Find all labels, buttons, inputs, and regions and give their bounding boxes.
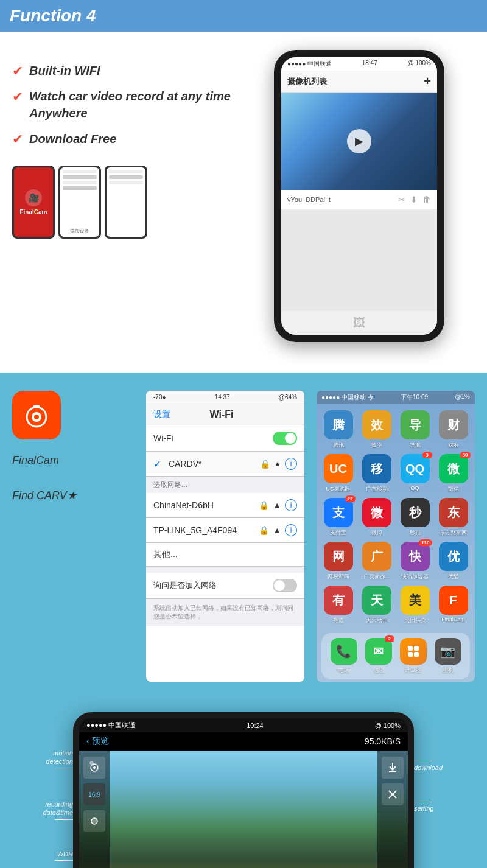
download-icon-right[interactable]: [382, 757, 404, 779]
app-icon-meituan[interactable]: 美 美团买卖: [398, 586, 432, 625]
wdr-icon[interactable]: [83, 810, 105, 832]
preview-video-area: 16:9: [79, 751, 408, 868]
finalcam-home-label: FinalCam: [441, 617, 465, 623]
app-icon-qq[interactable]: QQ 3 QQ: [398, 454, 432, 493]
app-icon-alipay[interactable]: 支 22 支付宝: [321, 498, 355, 537]
app-icon-wangyi[interactable]: 网 网易新闻: [321, 542, 355, 581]
app-icon-daohang[interactable]: 导 导航: [398, 410, 432, 449]
dongfang-icon-img: 东: [439, 498, 468, 527]
datetime-icon: 16:9: [83, 783, 105, 805]
preview-left-icons: 16:9: [79, 751, 110, 868]
wifi-toggle-row[interactable]: Wi-Fi: [146, 425, 304, 452]
app-icon-tengxun[interactable]: 腾 腾讯: [321, 410, 355, 449]
features-list: ✔ Built-in WIFI ✔ Watch car video record…: [12, 50, 244, 239]
arrow-line-2: [55, 819, 73, 820]
finalcam-icon-img: F: [439, 586, 468, 615]
qq-icon-img: QQ 3: [401, 454, 430, 483]
app-icon-tiandong[interactable]: 天 天天动车: [360, 586, 393, 625]
network-name-1: ChinaNet-D6bH: [153, 500, 214, 510]
tengxun-label: 腾讯: [333, 441, 344, 449]
qq-label: QQ: [410, 485, 419, 491]
preview-screen-content: ●●●●● 中国联通 10:24 @ 100% ‹ 预览 95.0KB/S: [79, 718, 408, 868]
calc-btn-3: [408, 652, 413, 657]
meituan-label: 美团买卖: [404, 617, 426, 625]
homescreen-container: ●●●●● 中国移动 令 下午10:09 @1% 腾 腾讯 效 效率 导 导航: [317, 391, 475, 682]
network-row-1[interactable]: ChinaNet-D6bH 🔒 ▲ i: [146, 493, 304, 518]
preview-back-btn[interactable]: ‹ 预览: [86, 736, 109, 747]
xiaolv-label: 效率: [371, 441, 382, 449]
qq-badge: 3: [422, 452, 432, 458]
video-list-item[interactable]: vYou_DDPai_t ✂ ⬇ 🗑: [281, 190, 437, 210]
wifi-toggle[interactable]: [273, 432, 297, 445]
wangyi-icon-img: 网: [324, 542, 353, 571]
wifi-label: Wi-Fi: [153, 433, 173, 443]
youdao-glyph: 有: [332, 592, 345, 609]
guangdong-label: 广东移动: [366, 485, 388, 493]
network-row-1-right: 🔒 ▲ i: [259, 499, 297, 511]
app-icon-dongfang[interactable]: 东 东方财富网: [436, 498, 470, 537]
feature-item-2: ✔ Watch car video record at any time Any…: [12, 88, 244, 122]
mini-phone-1: 🎥 FinalCam: [12, 166, 55, 239]
app-icon-youdao[interactable]: 有 有道: [321, 586, 355, 625]
app-icon-wechat[interactable]: 微 30 微信: [436, 454, 470, 493]
wechat-label: 微信: [448, 485, 459, 493]
xiaolv-glyph: 效: [371, 417, 383, 433]
ios-screen-title: Wi-Fi: [210, 409, 234, 420]
dock-calculator[interactable]: 计算器: [400, 638, 427, 674]
app-icon-kuaimiao[interactable]: 快 110 快喵加速器: [398, 542, 432, 581]
play-button[interactable]: ▶: [347, 129, 371, 153]
phone-holder: ●●●●● 中国联通 18:47 @ 100% 摄像机列表 + ▶ vYou_D…: [244, 50, 475, 342]
dock-phone[interactable]: 📞 电话: [331, 638, 357, 674]
youdao-label: 有道: [333, 617, 344, 625]
preview-time: 10:24: [247, 722, 264, 729]
info-btn-2[interactable]: i: [285, 524, 297, 536]
dock-camera[interactable]: 📷 相机: [435, 638, 461, 674]
network-row-2[interactable]: TP-LINK_5G_A4F094 🔒 ▲ i: [146, 518, 304, 543]
connected-network-row[interactable]: ✓ CARDV* 🔒 ▲ i: [146, 452, 304, 477]
guangfa-label: 广发赤赤...: [363, 573, 390, 581]
preview-battery: @ 100%: [375, 722, 401, 729]
caiwu-label: 财务: [448, 441, 459, 449]
download-arrow-right: [414, 761, 432, 761]
wechat-badge: 30: [460, 452, 471, 458]
tengxun-glyph: 腾: [332, 417, 345, 433]
nav-add-btn[interactable]: +: [424, 74, 431, 88]
app-grid: 腾 腾讯 效 效率 导 导航 财 财务 UC UC浏览器: [317, 404, 475, 631]
app-icon-youku[interactable]: 优 优酷: [436, 542, 470, 581]
app-icon-weibo[interactable]: 微 微博: [360, 498, 393, 537]
video-list-icons: ✂ ⬇ 🗑: [398, 195, 431, 205]
wangyi-glyph: 网: [332, 548, 345, 565]
home-carrier: ●●●●● 中国移动 令: [321, 393, 374, 402]
left-labels-panel: motiondetection recordingdate&time WDR: [0, 712, 73, 861]
ios-time: 14:37: [215, 394, 230, 401]
feature-text-1: Built-in WIFI: [29, 62, 100, 79]
settings-icon-right[interactable]: [382, 783, 404, 805]
dock-messages[interactable]: ✉ 2 信息: [365, 638, 392, 674]
app-icon-caiwu[interactable]: 财 财务: [436, 410, 470, 449]
info-btn-1[interactable]: i: [285, 499, 297, 511]
app-icon-xiaolv[interactable]: 效 效率: [360, 410, 393, 449]
app-icon-finalcam[interactable]: F FinalCam: [436, 586, 470, 625]
app-icon-miaopai[interactable]: 秒 秒拍: [398, 498, 432, 537]
preview-carrier: ●●●●● 中国联通: [86, 721, 135, 730]
app-icon-uc[interactable]: UC UC浏览器: [321, 454, 355, 493]
network-row-other[interactable]: 其他...: [146, 543, 304, 567]
app-icon-guangfa[interactable]: 广 广发赤赤...: [360, 542, 393, 581]
wifi-signal-icon: ▲: [274, 460, 281, 468]
ask-join-label: 询问是否加入网络: [153, 580, 217, 591]
app-icon-guangdong[interactable]: 移 广东移动: [360, 454, 393, 493]
preview-status-bar: ●●●●● 中国联通 10:24 @ 100%: [79, 718, 408, 732]
mini-text-add-device: 添加设备: [63, 228, 97, 234]
youku-glyph: 优: [447, 548, 460, 565]
ios-battery: @64%: [279, 394, 297, 401]
ios-back-btn[interactable]: 设置: [153, 409, 170, 420]
info-button[interactable]: i: [285, 458, 297, 470]
mini-line-4: [63, 186, 97, 190]
daohang-icon-img: 导: [401, 410, 430, 439]
lock-icon-2: 🔒: [259, 525, 269, 535]
status-time: 18:47: [362, 60, 377, 68]
camera-detect-icon[interactable]: [83, 757, 105, 779]
ask-join-row[interactable]: 询问是否加入网络: [146, 573, 304, 599]
tiandong-icon-img: 天: [362, 586, 391, 615]
ask-join-toggle[interactable]: [273, 579, 297, 592]
